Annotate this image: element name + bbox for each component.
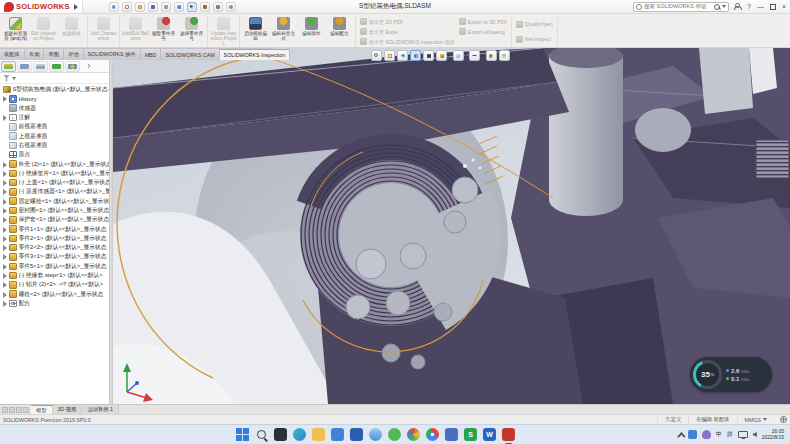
tree-item[interactable]: 配合: [1, 299, 109, 308]
options-gear-icon[interactable]: [226, 2, 236, 12]
login-user-icon[interactable]: [734, 3, 741, 10]
propertymanager-tab-icon[interactable]: [17, 61, 32, 72]
tree-item[interactable]: (-) 上盖<1> (默认<<默认>_显示状态: [1, 178, 109, 187]
tab-scroll-last-icon[interactable]: [23, 407, 29, 413]
tree-item[interactable]: 前视基准面: [1, 122, 109, 131]
hud-icon[interactable]: [397, 50, 408, 61]
command-tab[interactable]: SOLIDWORKS CAM: [161, 49, 219, 60]
tree-item[interactable]: 原点: [1, 150, 109, 159]
ribbon-button[interactable]: 新建模板: [58, 16, 85, 47]
solidworks-menu[interactable]: SOLIDWORKS: [0, 0, 83, 13]
hud-icon[interactable]: [410, 50, 421, 61]
file-explorer-icon[interactable]: [312, 428, 325, 441]
volume-icon[interactable]: [753, 432, 757, 437]
export-button[interactable]: 导出至 SOLIDWORKS Inspection 项目: [360, 37, 455, 46]
expand-arrow-icon[interactable]: [2, 134, 7, 139]
minimize-button[interactable]: —: [757, 3, 764, 10]
expand-arrow-icon[interactable]: [2, 245, 7, 250]
display-tray-icon[interactable]: [738, 431, 748, 438]
graphics-area[interactable]: ▾ ▾ ▾: [113, 48, 790, 404]
ime-mode-button[interactable]: 拼: [727, 430, 733, 439]
tree-item[interactable]: 保护套<1> (默认<<默认>_显示状态: [1, 215, 109, 224]
tray-expand-icon[interactable]: [677, 432, 685, 440]
tree-item[interactable]: 零件2<1> (默认<<默认>_显示状态: [1, 234, 109, 243]
expand-arrow-icon[interactable]: [2, 106, 7, 111]
expand-arrow-icon[interactable]: [2, 227, 7, 232]
start-button[interactable]: [236, 428, 249, 441]
search-dropdown-icon[interactable]: [722, 5, 726, 8]
expand-arrow-icon[interactable]: [2, 217, 7, 222]
hud-icon[interactable]: [499, 50, 510, 61]
status-globe-icon[interactable]: [780, 416, 787, 423]
tree-item[interactable]: 外壳 (2)<1> (默认<<默认>_显示状态: [1, 159, 109, 168]
export-button[interactable]: Export eDrawing: [459, 27, 507, 36]
browser-360-icon[interactable]: [388, 428, 401, 441]
expand-arrow-icon[interactable]: [2, 180, 7, 185]
filter-dropdown-icon[interactable]: [12, 77, 16, 80]
wps-icon[interactable]: S: [464, 428, 477, 441]
ribbon-button[interactable]: Add Characteristic: [90, 16, 117, 47]
expand-arrow-icon[interactable]: [2, 152, 7, 157]
dimxpertmanager-tab-icon[interactable]: [49, 61, 64, 72]
command-tab[interactable]: SOLIDWORKS 插件: [84, 49, 141, 60]
tree-item[interactable]: History: [1, 94, 109, 103]
hud-dropdown-icon[interactable]: ▾: [481, 50, 484, 61]
ribbon-button[interactable]: 选择零件序号: [178, 16, 205, 47]
tree-item[interactable]: (-) 绝缘垫片<1> (默认<<默认>_显示: [1, 169, 109, 178]
ribbon-button[interactable]: 编辑配方: [326, 16, 353, 47]
design-table-icon[interactable]: [213, 2, 223, 12]
quality-button[interactable]: QualityXpert: [516, 20, 553, 29]
tree-filter[interactable]: [0, 73, 109, 84]
tree-item[interactable]: 固定螺栓<1> (默认<<默认>_显示状: [1, 197, 109, 206]
tree-item[interactable]: 传感器: [1, 104, 109, 113]
expand-arrow-icon[interactable]: [2, 124, 7, 129]
home-icon[interactable]: [109, 2, 119, 12]
expand-arrow-icon[interactable]: [2, 96, 7, 101]
tab-scroll-next-icon[interactable]: [16, 407, 22, 413]
solidworks-icon[interactable]: [502, 428, 515, 441]
help-button[interactable]: ?: [747, 3, 751, 10]
search-icon[interactable]: [714, 4, 720, 10]
hud-dropdown-icon[interactable]: ▾: [511, 50, 514, 61]
restore-button[interactable]: [770, 4, 776, 10]
tree-item[interactable]: 零件1<1> (默认<<默认>_显示状态: [1, 224, 109, 233]
command-tab[interactable]: 装配体: [0, 49, 25, 60]
view-tab[interactable]: 运动算例 1: [82, 405, 119, 414]
tree-root[interactable]: S型铠装热电偶 (默认<默认_显示状态-1>): [1, 85, 109, 94]
display-states-icon[interactable]: [200, 2, 210, 12]
expand-arrow-icon[interactable]: [2, 162, 7, 167]
tray-shield-icon[interactable]: [702, 430, 711, 439]
expand-arrow-icon[interactable]: [2, 189, 7, 194]
ime-language-button[interactable]: 中: [716, 430, 722, 439]
tab-scroll-first-icon[interactable]: [2, 407, 8, 413]
expand-arrow-icon[interactable]: [2, 282, 7, 287]
word-icon[interactable]: W: [483, 428, 496, 441]
tree-item[interactable]: 零件5<1> (默认<<默认>_显示状态: [1, 262, 109, 271]
performance-overlay[interactable]: 35% 2.6KB/s 0.1KB/s: [690, 357, 772, 392]
task-view-button[interactable]: [274, 428, 287, 441]
tree-item[interactable]: 上视基准面: [1, 131, 109, 140]
expand-arrow-icon[interactable]: [2, 171, 7, 176]
command-tab[interactable]: 布局: [25, 49, 45, 60]
unit-system-selector[interactable]: MMGS: [737, 417, 774, 423]
new-document-icon[interactable]: [122, 2, 132, 12]
close-button[interactable]: ×: [782, 3, 786, 10]
tree-item[interactable]: 右视基准面: [1, 141, 109, 150]
expand-arrow-icon[interactable]: [2, 301, 7, 306]
store-icon[interactable]: [350, 428, 363, 441]
ribbon-button[interactable]: Add/Edit Balloons: [122, 16, 149, 47]
export-button[interactable]: Export to 3D PDF: [459, 17, 507, 26]
menu-flyout-icon[interactable]: [74, 4, 78, 10]
search-input[interactable]: [644, 4, 712, 10]
mail-icon[interactable]: [331, 428, 344, 441]
open-icon[interactable]: [135, 2, 145, 12]
ribbon-button[interactable]: 编辑操作: [298, 16, 325, 47]
command-tab[interactable]: 评估: [64, 49, 84, 60]
clock[interactable]: 16:05 2022/8/15: [762, 429, 784, 440]
edge-icon[interactable]: [293, 428, 306, 441]
search-button[interactable]: [255, 428, 268, 441]
tree-item[interactable]: 零件2<2> (默认<<默认>_显示状态: [1, 243, 109, 252]
view-tab[interactable]: 模型: [31, 405, 53, 414]
command-tab[interactable]: MBD: [141, 49, 162, 60]
hud-dropdown-icon[interactable]: ▾: [465, 50, 468, 61]
